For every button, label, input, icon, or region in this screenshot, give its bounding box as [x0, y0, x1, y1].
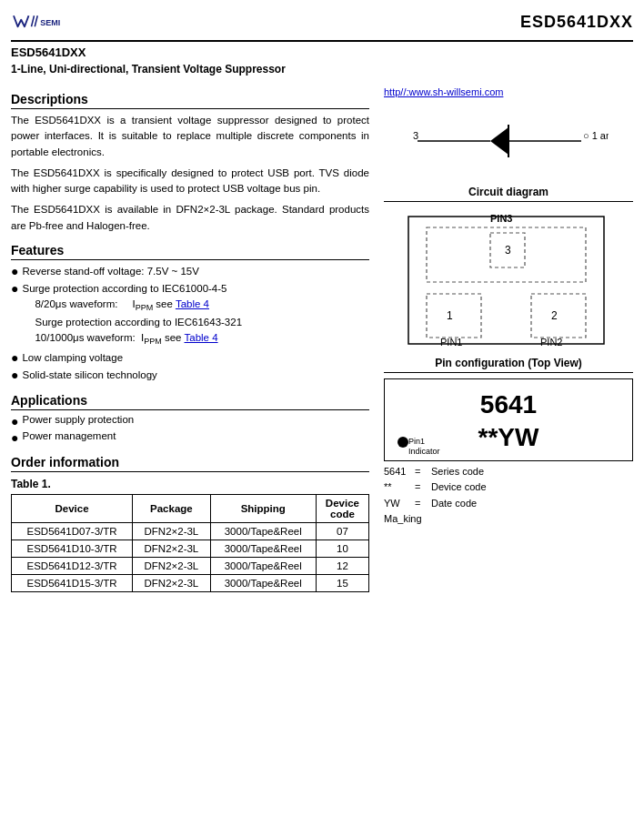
pin1-text: Pin1Indicator	[408, 437, 440, 456]
feature-sub-2: Surge protection according to IEC61643-3…	[35, 315, 242, 330]
marking-box: 5641 **YW Pin1Indicator	[384, 378, 633, 461]
circuit-diagram-svg: 3 ○ 1 and 2	[408, 105, 609, 177]
desc-p3-text: The ESD5641DXX is available in DFN2×2-3L…	[11, 204, 369, 230]
bullet-icon: ●	[11, 350, 18, 366]
device-name: ESD5641D10-3/TR	[12, 540, 133, 558]
legend-row-1: 5641 = Series code	[384, 465, 633, 479]
legend-key-4: Ma_king	[384, 512, 422, 526]
device-code: 07	[316, 523, 368, 540]
feature-group-2: Surge protection according to IEC61000-4…	[22, 281, 242, 348]
description-para-3: The ESD5641DXX is available in DFN2×2-3L…	[11, 202, 369, 234]
svg-marker-4	[490, 127, 508, 155]
logo-area: SEMI	[11, 9, 65, 35]
legend-key-3: YW	[384, 497, 411, 510]
legend-val-1: Series code	[431, 465, 484, 479]
order-table: Device Package Shipping Devicecode ESD56…	[11, 494, 369, 592]
svg-text:SEMI: SEMI	[40, 18, 60, 27]
marking-legend: 5641 = Series code ** = Device code YW =…	[384, 465, 633, 527]
package: DFN2×2-3L	[133, 523, 211, 540]
feature-text-4: Solid-state silicon technology	[22, 368, 156, 383]
app-item-1: Power supply protection	[22, 414, 134, 425]
table-header-row: Device Package Shipping Devicecode	[12, 495, 369, 523]
list-item: ● Power management	[11, 430, 369, 446]
table-row: ESD5641D10-3/TR DFN2×2-3L 3000/Tape&Reel…	[12, 540, 369, 558]
main-content: Descriptions The ESD5641DXX is a transie…	[11, 83, 633, 592]
desc-p2-text: The ESD5641DXX is specifically designed …	[11, 167, 369, 194]
package: DFN2×2-3L	[133, 540, 211, 558]
description-para-1: The ESD5641DXX is a transient voltage su…	[11, 113, 369, 160]
order-info-title: Order information	[11, 455, 369, 472]
table-row: ESD5641D07-3/TR DFN2×2-3L 3000/Tape&Reel…	[12, 523, 369, 540]
device-name: ESD5641D07-3/TR	[12, 523, 133, 540]
legend-key-2: **	[384, 480, 411, 494]
desc-p1-text: The ESD5641DXX is a transient voltage su…	[11, 115, 369, 157]
svg-rect-15	[531, 294, 586, 338]
bullet-icon: ●	[11, 368, 18, 383]
table4-link-2[interactable]: Table 4	[185, 332, 218, 343]
pin-config-svg: PIN3 3 1 2 PIN1 PIN2	[399, 207, 618, 348]
col-shipping: Shipping	[210, 495, 316, 523]
legend-val-2: Device code	[431, 480, 487, 494]
applications-title: Applications	[11, 393, 369, 410]
website-url[interactable]: http//:www.sh-willsemi.com	[384, 86, 633, 97]
feature-text-2: Surge protection according to IEC61000-4…	[22, 281, 242, 297]
bullet-icon: ●	[11, 281, 18, 297]
device-code: 12	[316, 558, 368, 575]
svg-rect-17	[408, 217, 604, 344]
product-subtitle: 1-Line, Uni-directional, Transient Volta…	[11, 63, 633, 76]
svg-text:○ 1 and 2: ○ 1 and 2	[583, 130, 609, 141]
pin-config-area: PIN3 3 1 2 PIN1 PIN2	[384, 207, 633, 351]
legend-row-3: YW = Date code	[384, 497, 633, 510]
header: SEMI ESD5641DXX	[11, 9, 633, 42]
list-item: ● Solid-state silicon technology	[11, 368, 369, 383]
legend-eq-2: =	[415, 480, 428, 494]
feature-text-3: Low clamping voltage	[22, 350, 123, 366]
circuit-diagram-label: Circuit diagram	[384, 186, 633, 202]
svg-text:2: 2	[551, 309, 558, 322]
description-para-2: The ESD5641DXX is specifically designed …	[11, 166, 369, 197]
shipping: 3000/Tape&Reel	[210, 575, 316, 592]
svg-line-1	[35, 15, 37, 26]
svg-rect-13	[427, 294, 481, 338]
svg-text:3: 3	[413, 130, 418, 141]
shipping: 3000/Tape&Reel	[210, 540, 316, 558]
device-name: ESD5641D15-3/TR	[12, 575, 133, 592]
table4-link-1[interactable]: Table 4	[176, 298, 209, 309]
feature-sub-1: 8/20μs waveform: IPPM see Table 4	[35, 297, 242, 315]
col-package: Package	[133, 495, 211, 523]
company-logo: SEMI	[11, 9, 65, 35]
marking-line1: 5641	[396, 388, 621, 421]
table-label: Table 1.	[11, 478, 369, 490]
right-column: http//:www.sh-willsemi.com 3 ○ 1 and 2	[378, 83, 633, 592]
app-item-2: Power management	[22, 430, 116, 441]
svg-line-0	[32, 15, 35, 26]
package: DFN2×2-3L	[133, 575, 211, 592]
svg-text:3: 3	[505, 244, 511, 257]
table-row: ESD5641D12-3/TR DFN2×2-3L 3000/Tape&Reel…	[12, 558, 369, 575]
device-code: 15	[316, 575, 368, 592]
pin1-dot	[397, 437, 408, 448]
col-device-code: Devicecode	[316, 495, 368, 523]
shipping: 3000/Tape&Reel	[210, 523, 316, 540]
svg-text:PIN1: PIN1	[440, 337, 462, 348]
list-item: ● Reverse stand-off voltage: 7.5V ~ 15V	[11, 264, 369, 279]
list-item: ● Surge protection according to IEC61000…	[11, 281, 369, 348]
legend-eq-3: =	[415, 497, 428, 510]
descriptions-title: Descriptions	[11, 92, 369, 109]
legend-eq-1: =	[415, 465, 428, 479]
shipping: 3000/Tape&Reel	[210, 558, 316, 575]
legend-row-4: Ma_king	[384, 512, 633, 526]
pin1-indicator-label: Pin1Indicator	[408, 437, 440, 457]
legend-row-2: ** = Device code	[384, 480, 633, 494]
list-item: ● Power supply protection	[11, 414, 369, 429]
features-title: Features	[11, 243, 369, 260]
table-row: ESD5641D15-3/TR DFN2×2-3L 3000/Tape&Reel…	[12, 575, 369, 592]
feature-sub-3: 10/1000μs waveform: IPPM see Table 4	[35, 330, 242, 348]
svg-text:PIN2: PIN2	[540, 337, 562, 348]
col-device: Device	[12, 495, 133, 523]
legend-key-1: 5641	[384, 465, 411, 479]
bullet-icon: ●	[11, 414, 18, 429]
device-name: ESD5641D12-3/TR	[12, 558, 133, 575]
feature-text-1: Reverse stand-off voltage: 7.5V ~ 15V	[22, 264, 198, 279]
features-list: ● Reverse stand-off voltage: 7.5V ~ 15V …	[11, 264, 369, 384]
